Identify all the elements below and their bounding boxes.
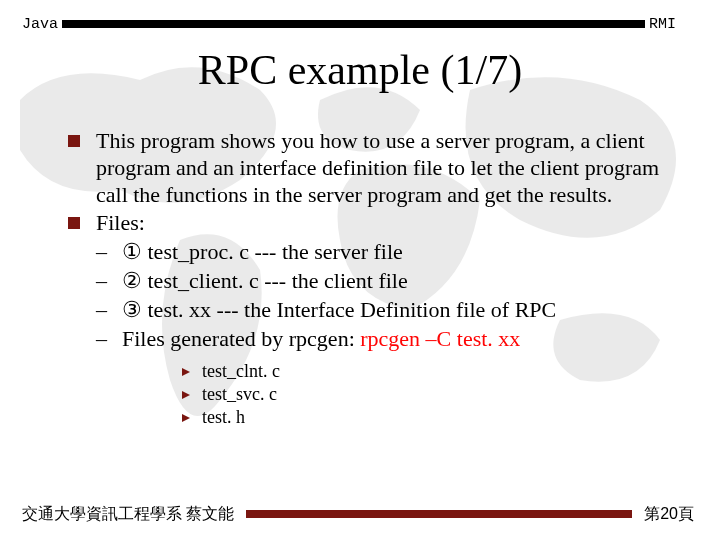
- header-bar: Java RMI: [0, 14, 720, 34]
- bullet-intro: This program shows you how to use a serv…: [68, 128, 664, 208]
- footer-left: 交通大學資訊工程學系 蔡文能: [0, 504, 242, 525]
- bullet-file-1-text: ① test_proc. c --- the server file: [122, 239, 403, 264]
- bullet-gen-c: test. h: [158, 407, 664, 429]
- bullet-file-2: –② test_client. c --- the client file: [68, 268, 664, 295]
- footer-bar: 交通大學資訊工程學系 蔡文能 第20頁: [0, 504, 720, 524]
- bullet-file-2-text: ② test_client. c --- the client file: [122, 268, 408, 293]
- header-right-label: RMI: [649, 16, 720, 33]
- dash-icon: –: [96, 297, 107, 324]
- dash-icon: –: [96, 326, 107, 353]
- slide-title: RPC example (1/7): [0, 46, 720, 94]
- dash-icon: –: [96, 239, 107, 266]
- header-rule: [62, 20, 645, 28]
- bullet-generated-cmd: rpcgen –C test. xx: [360, 326, 520, 351]
- footer-rule: [246, 510, 632, 518]
- bullet-gen-a: test_clnt. c: [158, 361, 664, 383]
- slide: Java RMI RPC example (1/7) This program …: [0, 0, 720, 540]
- bullet-generated: –Files generated by rpcgen: rpcgen –C te…: [68, 326, 664, 353]
- slide-body: This program shows you how to use a serv…: [68, 128, 664, 429]
- footer-page-number: 第20頁: [636, 504, 720, 525]
- header-left-label: Java: [0, 16, 58, 33]
- bullet-file-3-text: ③ test. xx --- the Interface Definition …: [122, 297, 556, 322]
- bullet-generated-prefix: Files generated by rpcgen:: [122, 326, 360, 351]
- bullet-file-1: –① test_proc. c --- the server file: [68, 239, 664, 266]
- dash-icon: –: [96, 268, 107, 295]
- bullet-files-label: Files:: [68, 210, 664, 237]
- bullet-file-3: –③ test. xx --- the Interface Definition…: [68, 297, 664, 324]
- bullet-gen-b: test_svc. c: [158, 384, 664, 406]
